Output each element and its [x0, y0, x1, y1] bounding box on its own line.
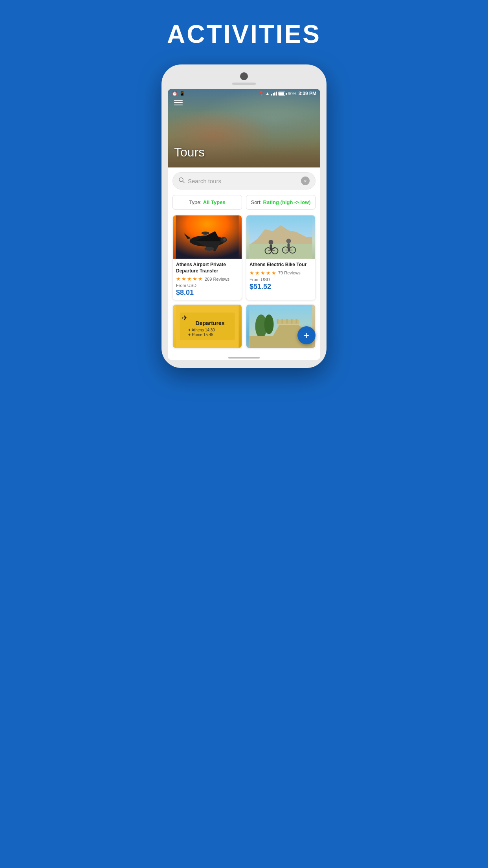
type-filter-button[interactable]: Type: All Types	[172, 195, 242, 210]
star-b-half: ★	[272, 270, 276, 276]
price-label-airport: From USD	[176, 283, 238, 288]
star-b1: ★	[250, 270, 254, 276]
clear-icon: ×	[304, 178, 307, 184]
svg-point-8	[202, 232, 209, 235]
card-body-airport: Athens Airport Private Departure Transfe…	[173, 259, 242, 300]
card-stars-bike: ★ ★ ★ ★ ★ 79 Reviews	[250, 270, 312, 276]
status-bar: ⏰ 📱 📍 ▲	[168, 89, 320, 98]
card-title-airport: Athens Airport Private Departure Transfe…	[176, 262, 238, 274]
svg-line-1	[183, 181, 184, 183]
price-label-bike: From USD	[250, 277, 312, 282]
wifi-icon: ▲	[265, 91, 270, 96]
tour-card-bike[interactable]: Athens Electric Bike Tour ★ ★ ★ ★ ★ 79 R…	[246, 215, 316, 300]
svg-point-33	[264, 314, 274, 334]
svg-rect-37	[277, 319, 279, 324]
card-stars-airport: ★ ★ ★ ★ ★ 269 Reviews	[176, 276, 238, 282]
status-icons-left: ⏰ 📱	[172, 91, 185, 96]
tour-cards-grid: Athens Airport Private Departure Transfe…	[172, 215, 316, 300]
signal-icon	[271, 92, 277, 96]
svg-rect-40	[291, 319, 293, 324]
menu-line-1	[174, 100, 183, 101]
type-filter-label: Type:	[189, 199, 202, 205]
star-b3: ★	[261, 270, 265, 276]
filter-row: Type: All Types Sort: Rating (high -> lo…	[172, 195, 316, 210]
svg-rect-13	[250, 244, 312, 259]
svg-point-7	[205, 247, 214, 251]
search-placeholder: Search tours	[188, 178, 301, 184]
search-icon	[178, 177, 185, 185]
star-2: ★	[182, 276, 186, 282]
location-icon: 📍	[259, 91, 264, 96]
type-filter-value: All Types	[203, 199, 226, 205]
svg-text:✈: ✈	[182, 314, 188, 322]
star-4: ★	[193, 276, 197, 282]
status-icons-right: 📍 ▲	[259, 91, 316, 96]
screenshot-icon: 📱	[179, 91, 185, 96]
menu-line-2	[174, 102, 183, 103]
fab-add-button[interactable]: +	[297, 326, 316, 344]
bike-svg	[246, 215, 315, 259]
sort-filter-value: Rating (high -> low)	[263, 199, 311, 205]
svg-text:✈  Athens  14:30: ✈ Athens 14:30	[188, 328, 215, 332]
reviews-count-airport: 269 Reviews	[205, 277, 229, 281]
svg-rect-41	[296, 319, 297, 324]
phone-screen: ⏰ 📱 📍 ▲	[168, 89, 320, 360]
fab-icon: +	[304, 331, 309, 340]
menu-line-3	[174, 105, 183, 105]
hero-section: ⏰ 📱 📍 ▲	[168, 89, 320, 167]
star-half: ★	[198, 276, 203, 282]
card-title-bike: Athens Electric Bike Tour	[250, 262, 312, 268]
svg-rect-39	[286, 319, 288, 324]
sort-filter-label: Sort:	[251, 199, 261, 205]
phone-frame: ⏰ 📱 📍 ▲	[161, 64, 327, 368]
star-3: ★	[187, 276, 192, 282]
menu-button[interactable]	[174, 100, 183, 105]
time-display: 3:39 PM	[299, 91, 316, 96]
card-acropolis-wrapper: +	[246, 304, 316, 348]
home-bar	[228, 357, 260, 359]
hero-title: Tours	[174, 145, 205, 160]
price-bike: $51.52	[250, 283, 312, 291]
airplane-svg	[173, 215, 242, 259]
svg-point-20	[286, 239, 291, 243]
svg-rect-38	[282, 319, 283, 324]
card-body-bike: Athens Electric Bike Tour ★ ★ ★ ★ ★ 79 R…	[246, 259, 315, 294]
price-airport: $8.01	[176, 289, 238, 297]
tour-card-departures[interactable]: Departures ✈ Athens 14:30 ✈ Rome 15:45 ✈	[172, 304, 242, 348]
star-b2: ★	[255, 270, 260, 276]
speaker	[232, 83, 256, 85]
hero-content: Tours	[174, 145, 205, 160]
bottom-row-cards: Departures ✈ Athens 14:30 ✈ Rome 15:45 ✈	[172, 304, 316, 348]
departures-svg: Departures ✈ Athens 14:30 ✈ Rome 15:45 ✈	[173, 305, 242, 348]
search-clear-button[interactable]: ×	[301, 177, 310, 185]
tour-card-airport[interactable]: Athens Airport Private Departure Transfe…	[172, 215, 242, 300]
star-1: ★	[176, 276, 181, 282]
svg-text:✈  Rome    15:45: ✈ Rome 15:45	[188, 333, 214, 337]
star-b4: ★	[266, 270, 271, 276]
card-image-airport	[173, 215, 242, 259]
card-image-departures: Departures ✈ Athens 14:30 ✈ Rome 15:45 ✈	[173, 305, 242, 348]
reviews-count-bike: 79 Reviews	[278, 270, 301, 275]
page-title: ACTIVITIES	[167, 20, 321, 49]
page-background: ACTIVITIES ⏰ 📱 📍	[0, 8, 488, 368]
battery-icon	[278, 92, 287, 96]
card-image-bike	[246, 215, 315, 259]
alarm-icon: ⏰	[172, 91, 178, 96]
search-bar[interactable]: Search tours ×	[172, 172, 316, 189]
svg-text:Departures: Departures	[196, 320, 225, 326]
content-area: Search tours × Type: All Types Sort: Rat…	[168, 167, 320, 353]
sort-filter-button[interactable]: Sort: Rating (high -> low)	[246, 195, 316, 210]
battery-percent: 90%	[288, 91, 297, 96]
svg-point-10	[223, 238, 226, 241]
svg-point-14	[269, 240, 273, 245]
camera	[240, 72, 248, 80]
